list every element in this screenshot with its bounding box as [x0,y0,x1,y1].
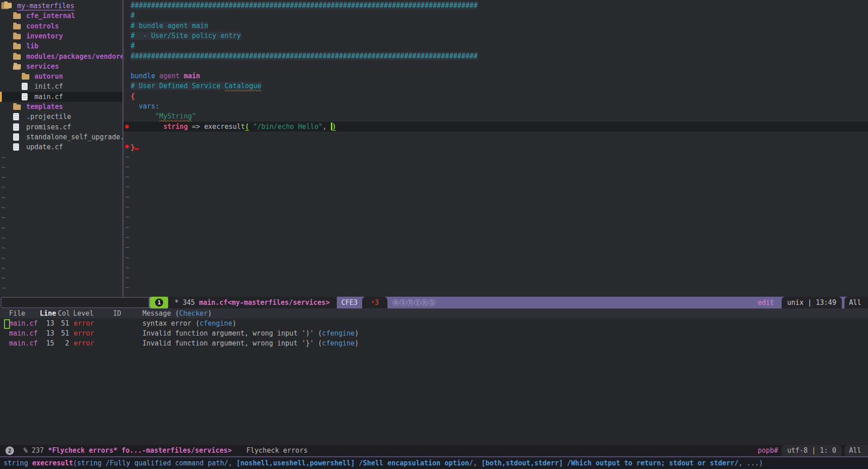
folder-icon [13,104,21,110]
window-number-badge-2: 2 [5,446,14,455]
code-line-9[interactable]: # User Defined Service Catalogue [123,81,868,91]
encoding-position: utf-8 | 1: 0 [782,445,842,456]
empty-line-tilde: ~ [125,273,129,283]
flycheck-errors-window[interactable]: File Line Col Level ID Message (Checker)… [0,308,868,445]
folder-icon [13,54,21,60]
code-line-5[interactable]: # [123,41,868,51]
folder-icon [13,24,21,29]
empty-line-tilde: ~ [1,283,5,293]
modeline-active: 1 * 345 main.cf<my-masterfiles/services>… [0,297,868,308]
error-bullet-icon: • [371,298,375,307]
error-message: Invalid function argument, wrong input '… [142,328,359,338]
flycheck-error-row-3[interactable]: main.cf152errorInvalid function argument… [0,338,868,348]
code-line-12[interactable]: "MyString" [123,111,868,121]
tree-item-label: promises.cf [26,122,71,132]
empty-line-tilde: ~ [1,233,5,243]
error-count: 3 [375,298,379,307]
col-header-message: Message (Checker) [142,308,212,318]
code-line-1[interactable]: ########################################… [123,0,868,10]
eol-and-time: unix | 13:49 [782,297,842,308]
file-icon [13,133,19,141]
tree-item-modules-packages-vendored[interactable]: modules/packages/vendored [0,52,123,62]
empty-line-tilde: ~ [125,232,129,242]
code-line-15[interactable]: } [123,142,868,152]
buffer-id-segment-bottom[interactable]: % 237 *Flycheck errors* fo...-masterfile… [24,445,232,456]
code-line-6[interactable]: ########################################… [123,51,868,61]
empty-line-tilde: ~ [1,162,5,172]
eldoc-segment: , [473,459,481,467]
scroll-position-bottom: All [844,445,868,456]
code-line-11[interactable]: vars: [123,101,868,111]
tree-item-label: my-masterfiles [17,1,74,11]
treemacs-panel[interactable]: my-masterfilescfe_internalcontrolsinvent… [0,0,123,297]
empty-line-tilde: ~ [125,223,129,232]
empty-line-tilde: ~ [1,203,5,213]
major-mode-indicator[interactable]: CFE3 [337,297,362,308]
empty-line-tilde: ~ [1,253,5,263]
empty-line-tilde: ~ [1,182,5,192]
error-checker: cfengine [322,329,354,337]
empty-line-tilde: ~ [125,202,129,212]
error-line: 15 [40,338,54,348]
tree-item-lib[interactable]: lib [0,41,123,51]
tree-item-label: autorun [34,71,63,81]
tree-item--projectile[interactable]: .projectile [0,112,123,122]
error-checker: cfengine [199,319,232,327]
file-icon [22,93,28,100]
tree-item-templates[interactable]: templates [0,102,123,112]
code-line-7[interactable] [123,61,868,71]
eldoc-segment: string [4,459,32,467]
empty-line-tilde: ~ [125,263,129,273]
selection-bar [0,92,2,102]
empty-line-tilde: ~ [1,273,5,283]
tree-item-standalone-self-upgrade-cf[interactable]: standalone_self_upgrade.cf [0,132,123,142]
tree-item-main-cf[interactable]: main.cf [0,92,123,102]
flycheck-header-line: File Line Col Level ID Message (Checker) [0,308,868,318]
code-line-2[interactable]: # [123,10,868,20]
flycheck-error-counter[interactable]: •3 [362,297,387,308]
tree-item-label: lib [26,41,38,51]
col-header-level: Level [73,308,94,318]
col-header-col: Col [58,308,70,318]
code-line-8[interactable]: bundle agent main [123,71,868,81]
code-line-4[interactable]: # - User/Site policy entry [123,31,868,41]
tree-item-promises-cf[interactable]: promises.cf [0,122,123,132]
code-line-13[interactable]: string => execresult( "/bin/echo Hello",… [123,122,868,132]
tree-item-inventory[interactable]: inventory [0,31,123,41]
error-file: main.cf [9,318,38,328]
tree-item-label: controls [26,21,59,31]
error-level: error [74,338,94,348]
flycheck-error-row-2[interactable]: main.cf1351errorInvalid function argumen… [0,328,868,338]
code-line-14[interactable] [123,132,868,142]
tree-item-controls[interactable]: controls [0,21,123,31]
tree-item-update-cf[interactable]: update.cf [0,142,123,152]
col-header-id: ID [113,308,121,318]
tree-item-autorun[interactable]: autorun [0,71,123,81]
flycheck-error-row-1[interactable]: main.cf1351errorsyntax error (cfengine) [0,318,868,328]
code-line-10[interactable]: { [123,91,868,101]
eldoc-segment: , ... [739,459,759,467]
eldoc-segment: [noshell,useshell,powershell] /Shell enc… [236,459,473,467]
tree-item-label: modules/packages/vendored [26,52,123,62]
scroll-position: All [844,297,868,308]
error-underline [135,142,139,150]
empty-line-tilde: ~ [1,152,5,162]
modeline-inactive: 2 % 237 *Flycheck errors* fo...-masterfi… [0,445,868,456]
tree-item-services[interactable]: services [0,62,123,71]
root-folder-icon [1,2,14,10]
tree-item-cfe-internal[interactable]: cfe_internal [0,11,123,21]
folder-icon [13,44,21,49]
col-header-file: File [9,308,25,318]
tree-root-my-masterfiles[interactable]: my-masterfiles [0,1,123,11]
error-file: main.cf [9,338,38,348]
empty-line-tilde: ~ [125,212,129,222]
buffer-id-segment[interactable]: * 345 main.cf<my-masterfiles/services> [168,297,337,308]
tree-item-label: standalone_self_upgrade.cf [26,132,123,142]
tree-item-label: main.cf [34,92,63,102]
tree-item-init-cf[interactable]: init.cf [0,81,123,91]
code-line-3[interactable]: # bundle agent main [123,21,868,31]
editor-window[interactable]: ########################################… [123,0,868,297]
empty-line-tilde: ~ [1,172,5,182]
eldoc-segment: execresult [32,459,73,467]
error-col: 51 [56,328,69,338]
